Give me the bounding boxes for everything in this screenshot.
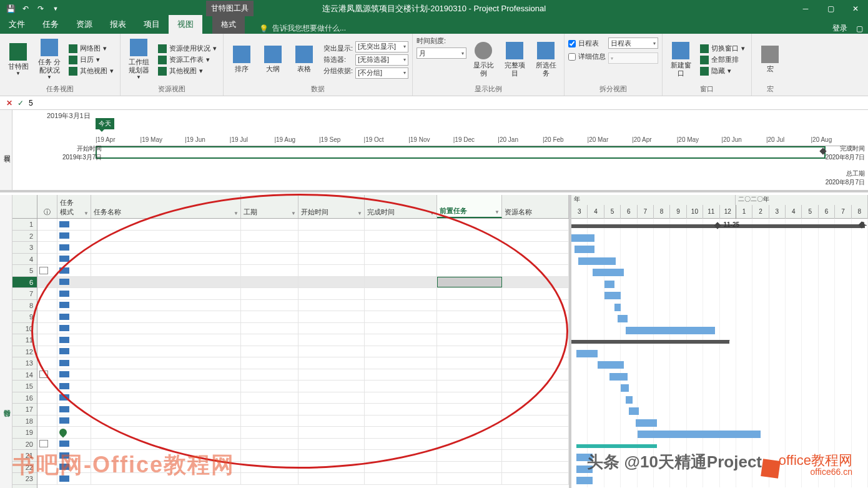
cell[interactable] [298, 288, 365, 299]
tab-view[interactable]: 视图 [169, 15, 202, 34]
row-header[interactable]: 23 [12, 473, 37, 485]
cell[interactable] [37, 288, 57, 299]
cell[interactable] [57, 404, 91, 415]
cell[interactable] [365, 219, 437, 230]
gantt-bar[interactable] [636, 419, 657, 427]
cell[interactable] [241, 231, 298, 242]
cell[interactable] [502, 357, 569, 369]
cell[interactable] [502, 300, 569, 311]
cell[interactable] [365, 439, 437, 450]
cell[interactable] [241, 346, 298, 357]
row-header[interactable]: 9 [12, 311, 37, 323]
row-header[interactable]: 5 [12, 265, 37, 277]
gantt-bar[interactable] [626, 327, 715, 334]
table-row[interactable] [37, 357, 569, 369]
gantt-bar[interactable] [571, 234, 594, 242]
timeline-bar[interactable] [96, 146, 826, 159]
save-icon[interactable]: 💾 [5, 3, 16, 14]
maximize-button[interactable]: ▢ [818, 0, 843, 17]
cell[interactable] [298, 231, 365, 242]
gantt-bar[interactable] [578, 257, 616, 265]
gantt-bar[interactable] [609, 373, 628, 381]
cell[interactable] [57, 462, 91, 473]
gantt-bar[interactable] [626, 396, 633, 404]
table-row[interactable] [37, 311, 569, 323]
cell[interactable] [298, 219, 365, 230]
cell[interactable] [437, 439, 502, 450]
table-row[interactable] [37, 392, 569, 404]
cell[interactable] [241, 311, 298, 322]
cell[interactable] [365, 381, 437, 392]
tab-format[interactable]: 格式 [212, 16, 245, 34]
cell[interactable] [298, 439, 365, 450]
tab-report[interactable]: 报表 [101, 15, 135, 34]
cell[interactable] [37, 254, 57, 265]
other-res-views-button[interactable]: 其他视图 ▾ [155, 66, 219, 76]
row-header[interactable]: 7 [12, 288, 37, 300]
cell[interactable] [365, 369, 437, 381]
cell[interactable] [91, 334, 241, 346]
cell[interactable] [298, 254, 365, 265]
cell[interactable] [502, 392, 569, 404]
row-header[interactable]: 11 [12, 334, 37, 346]
cell[interactable] [298, 334, 365, 346]
cell[interactable] [502, 427, 569, 438]
cell[interactable] [241, 462, 298, 473]
redo-icon[interactable]: ↷ [35, 3, 46, 14]
cell[interactable] [437, 357, 502, 369]
cell[interactable] [365, 300, 437, 311]
cell[interactable] [241, 439, 298, 450]
table-row[interactable] [37, 381, 569, 392]
table-row[interactable] [37, 277, 569, 289]
cell[interactable] [37, 323, 57, 334]
cell[interactable] [502, 450, 569, 461]
cell[interactable] [502, 404, 569, 415]
cell[interactable] [298, 242, 365, 253]
table-row[interactable] [37, 404, 569, 416]
gantt-bar[interactable] [576, 477, 593, 484]
entire-project-button[interactable]: 完整项目 [500, 36, 529, 83]
cell[interactable] [437, 404, 502, 415]
cell[interactable] [365, 254, 437, 265]
col-indicators[interactable]: ⓘ [37, 195, 57, 218]
cell[interactable] [298, 450, 365, 461]
cell[interactable] [365, 427, 437, 438]
cell[interactable] [298, 311, 365, 322]
row-header[interactable]: 8 [12, 300, 37, 312]
cell[interactable] [298, 369, 365, 381]
sort-button[interactable]: 排序 [227, 36, 256, 83]
minimize-button[interactable]: ─ [793, 0, 818, 17]
gantt-bar[interactable] [593, 269, 624, 276]
cell[interactable] [37, 265, 57, 276]
cell[interactable] [91, 265, 241, 276]
cell[interactable] [365, 288, 437, 299]
cell[interactable] [241, 300, 298, 311]
cell[interactable] [298, 381, 365, 392]
cell[interactable] [37, 473, 57, 484]
row-header[interactable]: 15 [12, 381, 37, 392]
tab-resource[interactable]: 资源 [67, 15, 101, 34]
cell[interactable] [57, 288, 91, 299]
cell[interactable] [91, 311, 241, 322]
cell[interactable] [365, 334, 437, 346]
cell[interactable] [298, 416, 365, 427]
cell[interactable] [91, 473, 241, 484]
selected-tasks-button[interactable]: 所选任务 [531, 36, 560, 83]
cell[interactable] [37, 219, 57, 230]
table-row[interactable] [37, 323, 569, 335]
row-header[interactable]: 16 [12, 392, 37, 404]
cell[interactable] [502, 277, 569, 288]
cell[interactable] [241, 450, 298, 461]
cell[interactable] [365, 242, 437, 253]
cell[interactable] [241, 219, 298, 230]
outline-button[interactable]: 大纲 [259, 36, 287, 83]
cell[interactable] [57, 219, 91, 230]
cell[interactable] [298, 427, 365, 438]
cell[interactable] [365, 231, 437, 242]
cell[interactable] [502, 369, 569, 381]
table-row[interactable] [37, 231, 569, 242]
tell-me-search[interactable]: 💡 告诉我您想要做什么... [259, 23, 346, 34]
cell[interactable] [502, 242, 569, 253]
team-planner-button[interactable]: 工作组 规划器▼ [124, 36, 153, 83]
cell[interactable] [437, 300, 502, 311]
